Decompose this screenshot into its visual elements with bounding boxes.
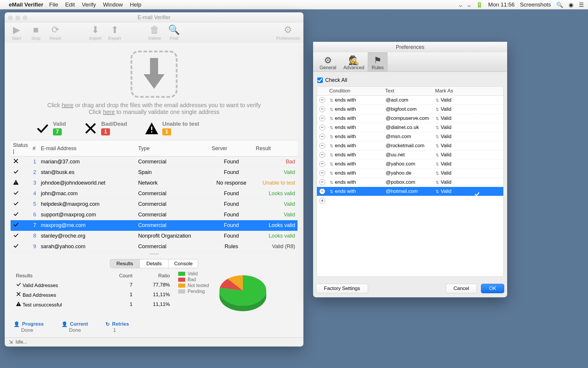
dropdown-icon[interactable]: ⇅ [436, 116, 441, 121]
clock-text[interactable]: Mon 11:56 [488, 1, 515, 8]
dropdown-icon[interactable]: ⇅ [330, 180, 335, 185]
rule-row[interactable]: − ⇅ends with @aol.com ⇅Valid [317, 96, 503, 105]
ok-button[interactable]: OK [481, 284, 504, 293]
tab-results[interactable]: Results [110, 259, 139, 268]
col-mark[interactable]: Mark As [433, 87, 468, 95]
col-num[interactable]: # [30, 140, 39, 157]
dropdown-icon[interactable]: ⇅ [330, 153, 335, 157]
preferences-button[interactable]: ⚙Preferences [276, 24, 300, 41]
siri-icon[interactable]: ◉ [569, 1, 574, 8]
remove-rule-icon[interactable]: − [319, 170, 325, 176]
menubar-app-name[interactable]: eMail Verifier [9, 1, 43, 8]
dropdown-icon[interactable]: ⇅ [436, 125, 441, 130]
spotlight-icon[interactable]: 🔍 [556, 1, 563, 8]
col-server[interactable]: Server [209, 140, 253, 157]
start-button[interactable]: ▶Start [8, 24, 25, 41]
remove-rule-icon[interactable]: − [319, 106, 325, 112]
reset-button[interactable]: ⟳Reset [47, 24, 64, 41]
cancel-button[interactable]: Cancel [446, 284, 477, 293]
add-rule-button[interactable]: + [317, 196, 503, 205]
table-row[interactable]: 3 johndoe@johndoeworld.net Network No re… [11, 178, 298, 188]
col-condition[interactable]: Condition [327, 87, 383, 95]
battery-icon[interactable]: 🔋 [476, 1, 483, 8]
remove-rule-icon[interactable]: − [319, 152, 325, 158]
hint-link-2[interactable]: here [103, 109, 115, 115]
dropdown-icon[interactable]: ⇅ [330, 116, 335, 121]
check-all-checkbox[interactable]: Check All [317, 76, 504, 86]
remove-rule-icon[interactable]: − [319, 134, 325, 140]
table-row[interactable]: 5 helpdesk@maxprog.com Commercial Found … [11, 199, 298, 210]
dropdown-icon[interactable]: ⇅ [436, 162, 441, 166]
dropdown-icon[interactable]: ⇅ [330, 144, 335, 148]
menu-window[interactable]: Window [103, 1, 123, 8]
table-row[interactable]: 8 stanley@roche.org Nonprofit Organizati… [11, 231, 298, 241]
menu-edit[interactable]: Edit [65, 1, 75, 8]
col-type[interactable]: Type [136, 140, 209, 157]
notification-center-icon[interactable]: ☰ [579, 1, 584, 8]
pref-tab-rules[interactable]: ⚑Rules [368, 52, 387, 72]
delete-button[interactable]: 🗑Delete [146, 24, 163, 41]
remove-rule-icon[interactable]: − [319, 115, 325, 121]
dropdown-icon[interactable]: ⇅ [436, 144, 441, 148]
col-text[interactable]: Text [383, 87, 433, 95]
drop-zone[interactable] [131, 51, 178, 98]
remove-rule-icon[interactable]: − [319, 188, 325, 194]
table-row[interactable]: 6 support@maxprog.com Commercial Found V… [11, 210, 298, 220]
dropdown-icon[interactable]: ⇅ [436, 107, 441, 112]
pref-tab-general[interactable]: ⚙General [316, 53, 340, 72]
split-handle[interactable] [5, 252, 303, 256]
dropdown-icon[interactable]: ⇅ [436, 189, 441, 194]
rule-row[interactable]: − ⇅ends with @bigfoot.com ⇅Valid [317, 105, 503, 114]
tab-console[interactable]: Console [168, 259, 198, 268]
hint-link-1[interactable]: here [62, 102, 74, 108]
remove-rule-icon[interactable]: − [319, 179, 325, 185]
dropdown-icon[interactable]: ⇅ [436, 171, 441, 175]
rules-table[interactable]: Condition Text Mark As − ⇅ends with @aol… [317, 86, 504, 277]
table-row[interactable]: 9 sarah@yahoo.com Commercial Rules Valid… [11, 241, 298, 252]
results-table[interactable]: Status | # E-mail Address Type Server Re… [11, 140, 298, 252]
table-row[interactable]: 4 john@mac.com Commercial Found Looks va… [11, 188, 298, 199]
bluetooth-icon[interactable]: ⌵ [459, 1, 462, 8]
remove-rule-icon[interactable]: − [319, 125, 325, 130]
pref-tab-advanced[interactable]: 🕵️Advanced [340, 53, 368, 72]
export-button[interactable]: ⬆Export [106, 24, 123, 41]
menu-help[interactable]: Help [130, 1, 141, 8]
tab-details[interactable]: Details [139, 259, 169, 268]
rule-row[interactable]: − ⇅ends with @hotmail.com ⇅Valid [317, 187, 503, 196]
rule-row[interactable]: − ⇅ends with @dialnet.co.uk ⇅Valid [317, 123, 503, 132]
traffic-close[interactable] [8, 16, 13, 20]
table-row[interactable]: 7 maxprog@me.com Commercial Found Looks … [11, 220, 298, 231]
rule-row[interactable]: − ⇅ends with @pobox.com ⇅Valid [317, 178, 503, 187]
dropdown-icon[interactable]: ⇅ [330, 162, 335, 166]
import-button[interactable]: ⬇Import [87, 24, 103, 41]
find-button[interactable]: 🔍Find [166, 24, 182, 41]
rule-row[interactable]: − ⇅ends with @compuserve.com ⇅Valid [317, 114, 503, 123]
stop-button[interactable]: ■Stop [28, 24, 44, 41]
remove-rule-icon[interactable]: − [319, 161, 325, 167]
rule-row[interactable]: − ⇅ends with @msn.com ⇅Valid [317, 132, 503, 141]
traffic-zoom[interactable] [23, 16, 27, 20]
dropdown-icon[interactable]: ⇅ [330, 107, 335, 112]
dropdown-icon[interactable]: ⇅ [436, 135, 441, 139]
menu-file[interactable]: File [49, 1, 58, 8]
col-result[interactable]: Result [253, 140, 298, 157]
dropdown-icon[interactable]: ⇅ [436, 180, 441, 185]
rule-row[interactable]: − ⇅ends with @yahoo.de ⇅Valid [317, 169, 503, 178]
traffic-min[interactable] [16, 16, 20, 20]
dropdown-icon[interactable]: ⇅ [330, 171, 335, 175]
table-row[interactable]: 2 stan@busk.es Spain Found Valid [11, 167, 298, 178]
remove-rule-icon[interactable]: − [319, 143, 325, 149]
rule-row[interactable]: − ⇅ends with @rocketmail.com ⇅Valid [317, 141, 503, 150]
remove-rule-icon[interactable]: − [319, 97, 325, 103]
dropdown-icon[interactable]: ⇅ [330, 135, 335, 139]
wifi-icon[interactable]: ⌵ [467, 1, 471, 8]
resize-icon[interactable]: ⇲ [9, 339, 13, 345]
col-status[interactable]: Status | [11, 140, 30, 157]
rule-row[interactable]: − ⇅ends with @uu.net ⇅Valid [317, 150, 503, 160]
col-email[interactable]: E-mail Address [39, 140, 136, 157]
factory-settings-button[interactable]: Factory Settings [316, 284, 368, 293]
dropdown-icon[interactable]: ⇅ [436, 98, 441, 102]
table-row[interactable]: 1 marian@37.com Commercial Found Bad [11, 157, 298, 167]
menu-verify[interactable]: Verify [82, 1, 96, 8]
menubar-app-right[interactable]: Screenshots [520, 1, 551, 8]
